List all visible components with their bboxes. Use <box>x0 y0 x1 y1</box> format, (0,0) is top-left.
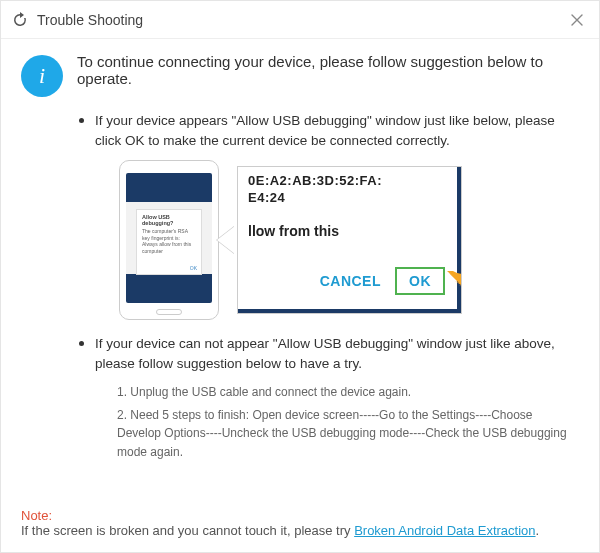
close-button[interactable] <box>565 8 589 32</box>
phone-dialog-always: Always allow from this computer <box>142 241 196 254</box>
zoom-mac-line1: 0E:A2:AB:3D:52:FA: <box>248 173 447 188</box>
broken-android-link[interactable]: Broken Android Data Extraction <box>354 523 535 538</box>
note-text-before: If the screen is broken and you cannot t… <box>21 523 354 538</box>
lead-text: To continue connecting your device, plea… <box>77 53 579 87</box>
illustration: Allow USB debugging? The computer's RSA … <box>119 160 479 320</box>
zoom-panel: 0E:A2:AB:3D:52:FA: E4:24 llow from this … <box>237 166 462 314</box>
phone-dialog-ok: OK <box>190 265 197 271</box>
zoom-mac-line2: E4:24 <box>248 190 447 205</box>
steps: 1. Unplug the USB cable and connect the … <box>117 383 579 461</box>
dialog-content: i To continue connecting your device, pl… <box>1 39 599 508</box>
note-label: Note: <box>21 508 52 523</box>
step-2: 2. Need 5 steps to finish: Open device s… <box>117 406 579 462</box>
phone-dialog-body: The computer's RSA key fingerprint is: <box>142 228 196 241</box>
zoom-ok-button: OK <box>395 267 445 295</box>
phone-inner-dialog: Allow USB debugging? The computer's RSA … <box>136 209 202 275</box>
refresh-icon <box>11 11 29 29</box>
tip2-text: If your device can not appear "Allow USB… <box>95 334 579 373</box>
phone-mockup: Allow USB debugging? The computer's RSA … <box>119 160 219 320</box>
tip-item-1: If your device appears "Allow USB debugg… <box>95 111 579 320</box>
phone-dialog-title: Allow USB debugging? <box>142 214 196 226</box>
zoom-prompt: llow from this <box>248 223 447 239</box>
titlebar: Trouble Shooting <box>1 1 599 39</box>
phone-home-button <box>156 309 182 315</box>
info-icon: i <box>21 55 63 97</box>
note-text-after: . <box>536 523 540 538</box>
callout-pointer-icon <box>217 226 235 254</box>
step-1: 1. Unplug the USB cable and connect the … <box>117 383 579 402</box>
troubleshooting-dialog: Trouble Shooting i To continue connectin… <box>0 0 600 553</box>
dialog-title: Trouble Shooting <box>37 12 565 28</box>
tip-item-2: If your device can not appear "Allow USB… <box>95 334 579 462</box>
note-block: Note: If the screen is broken and you ca… <box>1 508 599 552</box>
arrow-icon <box>447 271 462 301</box>
lead-row: i To continue connecting your device, pl… <box>21 53 579 97</box>
tips-list: If your device appears "Allow USB debugg… <box>77 111 579 476</box>
zoom-cancel-button: CANCEL <box>320 273 381 289</box>
tip1-text: If your device appears "Allow USB debugg… <box>95 111 579 150</box>
